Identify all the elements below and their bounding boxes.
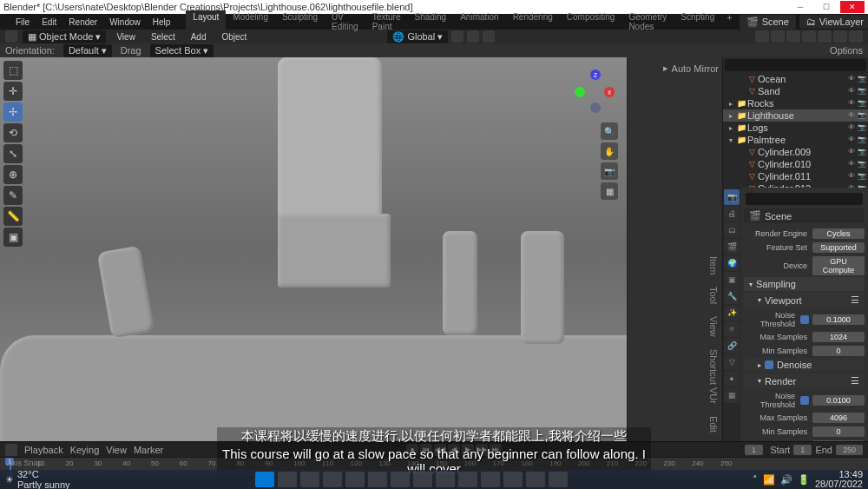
battery-icon[interactable]: 🔋 <box>798 474 810 486</box>
feature-set-value[interactable]: Supported <box>812 242 865 253</box>
maximize-button[interactable]: ☐ <box>814 1 838 13</box>
render-vis-icon[interactable]: 📷 <box>858 135 866 144</box>
taskbar-clock[interactable]: 13:49 28/07/2022 <box>815 470 863 489</box>
render-section[interactable]: ▾Render☰ <box>744 373 865 388</box>
start-button[interactable] <box>255 472 274 487</box>
explorer-icon[interactable] <box>323 472 342 487</box>
transform-tool[interactable]: ⊕ <box>3 165 23 184</box>
render-vis-icon[interactable]: 📷 <box>858 87 866 96</box>
app-icon[interactable] <box>413 472 432 487</box>
preset-icon[interactable]: ☰ <box>851 375 859 387</box>
render-min-samples[interactable]: 0 <box>812 426 865 437</box>
prop-tab-object[interactable]: ▣ <box>724 272 740 287</box>
tab-sculpting[interactable]: Sculpting <box>275 10 325 33</box>
outliner-item[interactable]: ▸ 📁 Lighthouse 👁 📷 <box>723 109 868 122</box>
render-vis-icon[interactable]: 📷 <box>858 99 866 108</box>
shading-wireframe[interactable] <box>802 30 816 43</box>
taskbar-weather[interactable]: ☀ 32°C Partly sunny <box>5 469 70 489</box>
current-frame[interactable]: 1 <box>745 445 763 455</box>
viewlayer-selector[interactable]: 🗂 ViewLayer <box>799 15 868 29</box>
tab-add-button[interactable]: + <box>721 10 737 33</box>
app-icon[interactable] <box>391 472 410 487</box>
tab-geometry-nodes[interactable]: Geometry Nodes <box>621 10 674 33</box>
prop-tab-modifier[interactable]: 🔧 <box>724 288 740 304</box>
tab-rendering[interactable]: Rendering <box>506 10 560 33</box>
sampling-section[interactable]: ▾Sampling <box>744 277 865 291</box>
mode-dropdown[interactable]: ▦ Object Mode ▾ <box>23 30 106 43</box>
select-box-dropdown[interactable]: Select Box ▾ <box>150 44 214 57</box>
visibility-icon[interactable]: 👁 <box>848 135 857 144</box>
prop-tab-constraint[interactable]: 🔗 <box>724 338 740 354</box>
auto-mirror-panel[interactable]: Auto Mirror <box>672 63 719 74</box>
vp-noise-threshold[interactable]: 0.1000 <box>812 314 865 325</box>
visibility-icon[interactable]: 👁 <box>848 75 857 83</box>
header-add[interactable]: Add <box>186 30 212 43</box>
header-view[interactable]: View <box>111 30 141 43</box>
header-object[interactable]: Object <box>216 30 252 43</box>
wifi-icon[interactable]: 📶 <box>763 474 775 486</box>
move-tool[interactable]: ✢ <box>3 102 23 122</box>
prop-tab-material[interactable]: ● <box>724 371 740 387</box>
perspective-icon[interactable]: ▦ <box>601 182 618 200</box>
render-noise-threshold[interactable]: 0.0100 <box>812 395 865 406</box>
prop-tab-data[interactable]: ▽ <box>724 354 740 370</box>
vp-max-samples[interactable]: 1024 <box>812 332 865 342</box>
prop-tab-texture[interactable]: ▦ <box>724 387 740 403</box>
annotate-tool[interactable]: ✎ <box>3 186 23 205</box>
xray-toggle[interactable] <box>786 30 800 43</box>
outliner-item[interactable]: ▽ Ocean 👁 📷 <box>723 73 868 85</box>
minimize-button[interactable]: ─ <box>788 1 812 13</box>
tray-chevron-icon[interactable]: ˄ <box>753 474 758 486</box>
pivot-icon[interactable] <box>451 30 464 43</box>
shading-rendered[interactable] <box>849 30 863 43</box>
pan-icon[interactable]: ✋ <box>601 142 618 160</box>
visibility-icon[interactable]: 👁 <box>848 87 857 96</box>
snap-icon[interactable] <box>467 30 479 43</box>
edge-icon[interactable] <box>345 472 365 487</box>
app-icon[interactable] <box>526 472 545 487</box>
render-engine-value[interactable]: Cycles <box>812 228 865 239</box>
prop-tab-output[interactable]: 🖨 <box>724 206 740 221</box>
app-icon[interactable] <box>458 472 477 487</box>
search-icon[interactable] <box>278 472 297 487</box>
visibility-icon[interactable]: 👁 <box>848 111 857 120</box>
volume-icon[interactable]: 🔊 <box>780 474 792 486</box>
header-select[interactable]: Select <box>146 30 181 43</box>
viewport-section[interactable]: ▾Viewport☰ <box>744 293 865 307</box>
menu-window[interactable]: Window <box>104 16 146 29</box>
orientation-dropdown[interactable]: Default ▾ <box>63 44 112 57</box>
visibility-icon[interactable]: 👁 <box>848 99 857 108</box>
outliner-item[interactable]: ▾ 📁 Palmtree 👁 📷 <box>723 134 868 146</box>
render-time-limit[interactable]: 0 sec <box>812 440 865 441</box>
render-vis-icon[interactable]: 📷 <box>858 160 866 169</box>
render-max-samples[interactable]: 4096 <box>812 413 865 423</box>
chevron-right-icon[interactable]: ▸ <box>663 63 668 74</box>
menu-edit[interactable]: Edit <box>36 16 62 29</box>
visibility-icon[interactable]: 👁 <box>848 148 857 156</box>
outliner-item[interactable]: ▽ Cylinder.010 👁 📷 <box>723 158 868 170</box>
vp-min-samples[interactable]: 0 <box>812 346 865 356</box>
playback-menu[interactable]: Playback <box>24 445 63 455</box>
select-box-tool[interactable]: ⬚ <box>3 61 23 80</box>
prop-tab-particle[interactable]: ✨ <box>724 305 740 320</box>
editor-type-icon[interactable] <box>5 30 17 43</box>
outliner-item[interactable]: ▸ 📁 Rocks 👁 📷 <box>723 97 868 109</box>
keying-menu[interactable]: Keying <box>70 445 100 455</box>
tab-scripting[interactable]: Scripting <box>674 10 721 33</box>
render-vis-icon[interactable]: 📷 <box>858 148 866 156</box>
side-tab-shortcut[interactable]: Shortcut VUr <box>629 346 720 407</box>
visibility-icon[interactable]: 👁 <box>848 172 857 181</box>
prop-tab-scene[interactable]: 🎬 <box>724 239 740 254</box>
app-icon[interactable] <box>481 472 500 487</box>
view-menu[interactable]: View <box>106 445 127 455</box>
side-tab-tool[interactable]: Tool <box>629 283 720 307</box>
visibility-icon[interactable]: 👁 <box>848 160 857 169</box>
properties-search[interactable] <box>746 193 863 205</box>
render-noise-check[interactable] <box>800 396 809 405</box>
side-tab-view[interactable]: View <box>629 313 720 340</box>
tab-compositing[interactable]: Compositing <box>560 10 622 33</box>
zoom-icon[interactable]: 🔍 <box>601 122 618 140</box>
menu-file[interactable]: File <box>10 16 35 29</box>
menu-render[interactable]: Render <box>63 16 102 29</box>
side-tab-item[interactable]: Item <box>629 253 720 278</box>
